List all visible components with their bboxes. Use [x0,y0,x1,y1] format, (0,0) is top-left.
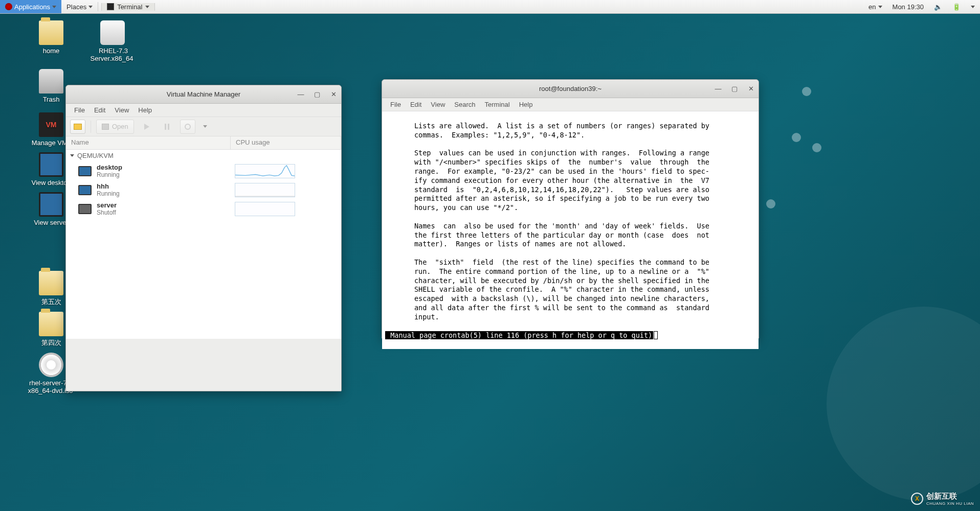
task-terminal[interactable]: Terminal [101,3,155,11]
man-status-line: Manual page crontab(5) line 116 (press h… [385,331,653,339]
play-icon [144,124,149,130]
system-menu[interactable] [966,0,980,13]
open-button[interactable]: Open [96,120,134,134]
disc-icon [39,353,63,377]
folder-icon [39,271,63,295]
menu-search[interactable]: Search [450,100,479,109]
input-source-indicator[interactable]: en [863,0,887,13]
menu-view[interactable]: View [427,100,449,109]
trash-icon [39,69,63,94]
places-menu[interactable]: Places [61,0,98,13]
column-name-label: Name [71,138,89,146]
background-dot [766,199,775,208]
column-name[interactable]: Name [66,136,231,149]
terminal-title: root@foundation39:~ [539,85,602,92]
desktop-icon-home[interactable]: home [20,20,82,55]
background-decor [827,307,980,501]
desktop-icon-label: RHEL-7.3 Server.x86_64 [91,47,135,63]
volume-indicator[interactable]: 🔈 [929,0,947,13]
vmm-toolbar: Open [66,117,341,136]
desktop-icon-label: View server [32,218,70,227]
monitor-icon [39,152,63,177]
terminal-icon [107,3,114,10]
monitor-icon [39,192,63,217]
menu-file[interactable]: File [386,100,405,109]
places-label: Places [66,3,86,11]
separator [91,121,91,133]
chevron-down-icon [971,6,975,8]
terminal-body[interactable]: Lists are allowed. A list is a set of nu… [382,111,759,349]
close-button[interactable]: ✕ [330,91,337,98]
column-cpu[interactable]: CPU usage [231,136,341,149]
terminal-titlebar[interactable]: root@foundation39:~ — ▢ ✕ [382,80,759,98]
expand-icon [70,154,74,157]
vm-icon: VM [39,112,63,137]
vm-status: Running [97,171,230,178]
vm-thumbnail-icon [78,185,92,195]
shutdown-menu-button[interactable] [201,120,210,134]
cpu-sparkline [235,164,295,178]
pause-icon [165,124,169,130]
applications-menu[interactable]: Applications [0,0,61,13]
terminal-window[interactable]: root@foundation39:~ — ▢ ✕ File Edit View… [382,79,759,339]
separator [98,2,98,11]
maximize-button[interactable]: ▢ [314,91,321,98]
power-icon [185,124,191,130]
chevron-down-icon [145,6,149,8]
menu-edit[interactable]: Edit [406,100,426,109]
drive-icon [100,20,125,45]
vm-list[interactable]: QEMU/KVM desktop Running hhh Running [66,150,341,339]
vm-thumbnail-icon [78,204,92,214]
vm-name: hhh [97,182,230,190]
desktop-icon-label: home [41,47,61,55]
watermark: X 创新互联 CHUANG XIN HU LIAN [911,492,974,506]
menu-view[interactable]: View [110,105,133,115]
vm-name: desktop [97,164,230,171]
vmm-window[interactable]: Virtual Machine Manager — ▢ ✕ File Edit … [65,85,342,391]
menu-file[interactable]: File [70,105,89,115]
pause-button[interactable] [160,120,175,134]
menu-edit[interactable]: Edit [90,105,109,115]
chevron-down-icon [52,6,56,8]
close-button[interactable]: ✕ [747,85,754,92]
vmm-menubar: File Edit View Help [66,104,341,117]
cpu-sparkline [235,202,295,216]
group-label: QEMU/KVM [77,152,114,159]
terminal-text: Lists are allowed. A list is a set of nu… [385,122,709,321]
battery-indicator[interactable]: 🔋 [947,0,966,13]
lang-label: en [868,3,876,11]
chevron-down-icon [878,6,882,8]
top-panel: Applications Places Terminal en Mon 19:3… [0,0,980,14]
applications-label: Applications [14,3,50,11]
vm-row-server[interactable]: server Shutoff [66,199,341,218]
new-vm-button[interactable] [70,120,85,134]
desktop-icon-rhel-server[interactable]: RHEL-7.3 Server.x86_64 [82,20,143,62]
clock[interactable]: Mon 19:30 [887,0,929,13]
vm-row-hhh[interactable]: hhh Running [66,180,341,199]
desktop-icon-label: 第五次 [40,297,63,306]
new-vm-icon [74,124,82,130]
chevron-down-icon [88,6,93,8]
menu-terminal[interactable]: Terminal [481,100,514,109]
battery-icon: 🔋 [952,3,961,11]
minimize-button[interactable]: — [715,85,722,92]
hypervisor-group[interactable]: QEMU/KVM [66,150,341,161]
desktop-icon-label: Trash [41,95,61,104]
background-dot [802,87,811,96]
column-cpu-label: CPU usage [236,138,270,146]
vmm-titlebar[interactable]: Virtual Machine Manager — ▢ ✕ [66,85,341,104]
vmm-title: Virtual Machine Manager [167,90,240,98]
maximize-button[interactable]: ▢ [731,85,738,92]
minimize-button[interactable]: — [297,91,304,98]
vm-thumbnail-icon [78,166,92,176]
watermark-brand: 创新互联 [926,492,974,501]
folder-icon [39,312,63,336]
task-terminal-label: Terminal [117,3,142,11]
open-label: Open [112,123,128,130]
shutdown-button[interactable] [180,120,195,134]
vm-row-desktop[interactable]: desktop Running [66,161,341,180]
menu-help[interactable]: Help [134,105,156,115]
run-button[interactable] [139,120,154,134]
menu-help[interactable]: Help [515,100,537,109]
desktop-icon-label: 第四次 [40,338,63,347]
